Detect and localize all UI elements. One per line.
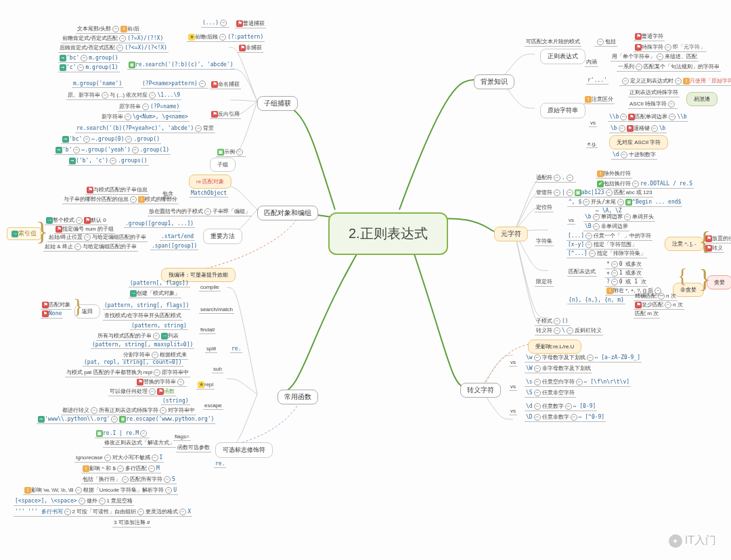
func-sub1: (pat, repl, string[, count=0]) [83, 358, 183, 367]
func-flags[interactable]: 可选标志修饰符 [215, 442, 273, 458]
branch-match[interactable]: 匹配对象和编组 [257, 206, 318, 220]
func-compile: compile [199, 283, 221, 291]
grp-normal: ⚑普通捕获 [235, 19, 266, 28]
func-repl2: 可以做任何处理−⚑函数 [108, 387, 176, 396]
func-split1: (pattern, string[, maxsplit=0]) [91, 341, 194, 349]
meta-cs3: [^...]−指定「排除字符集」 [567, 249, 647, 258]
func-L: [<space>], \<space>−做外−1 意思空格 [14, 496, 134, 506]
meta-anchor2d: \B−非单词边界 [583, 222, 629, 231]
grp-e2: →'b'−⇔.group('yeah')−.group(1) [54, 146, 171, 155]
func-findall1: (pattern, string) [130, 322, 188, 330]
func-M: !影响 ^ 和 $−多行匹配−M [81, 464, 161, 473]
func-escape2: 都进行转义−所有正则表达式特殊字符−对字符串中 [61, 406, 196, 415]
grp-e3: →('b', 'c')−.groups() [68, 157, 149, 166]
root-node[interactable]: 2.正则表达式 [328, 212, 448, 255]
esc-vs2: vs [509, 383, 517, 391]
branch-bg[interactable]: 背景知识 [474, 74, 514, 89]
func-search: search/match [199, 306, 234, 314]
bg-raw[interactable]: 原始字符串 [540, 103, 585, 118]
match-se: .start/end [160, 233, 195, 241]
meta-wildcard: 通配符−.− [535, 173, 576, 183]
meta-anchor: 定位符 [535, 203, 554, 212]
meta-charset: 字符集 [535, 237, 554, 246]
esc-W: \W−非字母数字及下划线 [525, 364, 592, 373]
bg-regex[interactable]: 正则表达式 [540, 49, 585, 64]
bg-raw-r: r'...' [586, 76, 608, 85]
grp-t2: 前瞻肯定式/否定式匹配−(?=X)/(?!X) [61, 34, 164, 43]
grp-named1: (?P<name>pattern)− [141, 80, 208, 89]
bg-inner1: 用「单个字符串」−来描述、匹配 [611, 52, 699, 62]
meta-quant: 限定符 [535, 277, 554, 287]
meta-q5e: 匹配 m 次 [634, 309, 660, 319]
bg-contain: −包括 [594, 37, 617, 47]
match-obj: MatchObject [190, 189, 228, 197]
meta-pipe: 管道符−|−▣abc|123−匹配 abc 或 123 [535, 188, 653, 197]
func-flags2: 函数可选参数 [176, 443, 211, 452]
func-compile2: →创建「模式对象」 [129, 289, 181, 298]
match-methods[interactable]: 重要方法 [203, 229, 242, 244]
func-I: Ignorecase−对大小写不敏感−I [74, 453, 164, 463]
watermark: ✦ IT入门 [669, 534, 716, 548]
func-repl: ★repl [196, 381, 215, 390]
meta-anchor2: vs [567, 216, 575, 225]
esc-s: \s−任意空白字符−⇔ [\f\n\r\t\v] [525, 377, 631, 387]
grp-unnamed: ⚑非捕获 [238, 43, 263, 53]
func-S: 包括「换行符」−匹配所有字符−S [81, 475, 177, 484]
branch-escape[interactable]: 转义字符 [460, 383, 501, 398]
meta-wildcard-a: !除外换行符 [596, 169, 632, 179]
grp-rs2: re.search('(b)(?P<yeah>c)', 'abcde')−背景 [75, 124, 215, 133]
esc-vs3: vs [509, 407, 517, 415]
bg-vs: vs [589, 119, 597, 127]
meta-q3: ?−0 或 1 次 [605, 277, 648, 287]
match-c1: ⚑与模式匹配的子串信息 [85, 185, 149, 195]
meta-anchor1: ^, $−开头/末尾−▣^Begin ... end$ [567, 197, 682, 207]
bg-vs1: \\b−⚑匹配单词边界−\\b [608, 112, 688, 122]
func-findall2: 所有与模式匹配的子串−→列表 [96, 331, 180, 341]
match-se1: 起始/终止位置−与给定编组匹配的子串 [47, 233, 148, 242]
bg-attn-tag: 易混淆 [686, 92, 717, 106]
bg-attn1: 正则表达式特殊字符 [628, 88, 680, 97]
meta-q5: {n}, {n,}, {n, m} [567, 296, 625, 304]
bg-noascii: 无对应 ASCII 字符 [609, 135, 668, 149]
func-X4: 3 可添加注释 # [112, 518, 151, 528]
grp-rs: ▣re.search('(?:b)(c)', 'abcde') [127, 61, 235, 70]
branch-func[interactable]: 常用函数 [278, 390, 318, 404]
bg-eg1: \d−十进制数字 [611, 150, 657, 160]
meta-q1: *−0 或多次 [605, 260, 643, 269]
bg-inner: 内涵 [585, 57, 598, 67]
esc-D: \D−任意非数字−⇔ [^0-9] [525, 413, 606, 422]
meta-q2: +−1 或多次 [605, 269, 643, 278]
bg-eg: e.g. [586, 140, 598, 148]
grp-eg: ▣示例− [216, 147, 246, 157]
grp-t3: 后顾肯定式/否定式匹配−(?<=X)/(?<!X) [58, 43, 169, 53]
func-search2: 查找模式/在字符串开头匹配模式 [103, 311, 183, 321]
match-span1: 起始 & 终止−与给定编组匹配的子串 [43, 242, 138, 252]
branch-group[interactable]: 子组捕获 [257, 96, 298, 111]
grp-mg: m.group('name') [72, 80, 123, 88]
bg-inner2: 一系列−匹配某个「句法规则」的字符串 [617, 62, 721, 72]
meta-escchar: 转义符−\−反斜杠转义 [535, 326, 603, 335]
grp-t1: 文本尾部/头部−!前/后 [76, 24, 141, 34]
func-re1: re. [230, 345, 242, 353]
grp-o2: 原字符串−(?P=name) [118, 102, 181, 112]
bg-raw-def: −定义正则表达式时−!只使用「原始字符串」 [619, 76, 731, 86]
match-grp1: →整个模式−⚑默认 0 [45, 216, 108, 225]
esc-d: \d−任意数字−⇔ [0-9] [525, 402, 597, 411]
func-escape1: (string) [161, 397, 190, 405]
grp-o3: 新字符串−\g<Num>, \g<name> [100, 112, 190, 122]
func-search1: (pattern, string[, flags]) [103, 302, 190, 310]
meta-q5a: 精确匹配−n 次 [634, 291, 678, 301]
func-re2: re. [214, 460, 226, 468]
bg-attn: !注意区分 [583, 95, 615, 104]
match-title: re 匹配对象 [189, 174, 231, 189]
grp-c: →'c'−m.group(1) [58, 64, 120, 72]
branch-meta[interactable]: 元字符 [494, 227, 528, 241]
root-label: 2.正则表达式 [349, 225, 428, 243]
grp-bc: →'bc'−m.group() [58, 54, 120, 63]
meta-q5c: ⚑至少匹配−n 次 [634, 300, 684, 310]
func-U: !影响 \w, \W, \b, \B−根据「Unicode 字符集」解析字符−U [23, 486, 178, 495]
bg-regex-def: 可匹配文本片段的模式 [525, 37, 581, 47]
brace-left-idx: { [36, 216, 48, 246]
bg-special: ⚑特殊字符−即「元字符」 [634, 43, 707, 52]
func-sub: sub [212, 365, 223, 373]
